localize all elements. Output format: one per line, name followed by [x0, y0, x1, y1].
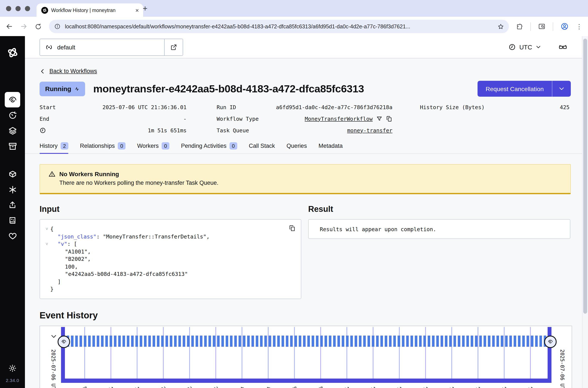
browser-menu-icon[interactable]: ⋮ [576, 25, 582, 28]
event-bar [496, 335, 499, 346]
timeline-gridline [110, 327, 111, 378]
heart-icon [8, 231, 17, 241]
timezone-selector[interactable]: UTC [509, 43, 541, 51]
window-controls[interactable] [6, 6, 30, 11]
detail-row-run-id: Run ID a6fd95d1-da0c-4d2e-a77c-786f3d762… [217, 103, 392, 111]
namespace-external-link-button[interactable] [164, 39, 183, 55]
timeline-tick-label: 1m [370, 386, 378, 388]
side-panel-search-icon[interactable] [538, 23, 545, 30]
request-cancellation-button[interactable]: Request Cancellation [478, 81, 552, 97]
event-bar [505, 335, 508, 346]
event-bar [539, 335, 542, 346]
reload-icon[interactable] [35, 23, 42, 30]
labs-glasses-icon[interactable] [558, 43, 567, 51]
workflow-details-grid: Start 2025-07-06 UTC 21:36:36.01 End - 1… [40, 103, 571, 135]
back-to-workflows-link[interactable]: Back to Workflows [49, 68, 97, 74]
timeline-gridline [346, 327, 347, 378]
forward-icon[interactable] [20, 23, 27, 30]
scrollbar-thumb[interactable] [583, 39, 587, 314]
tab-close-icon[interactable]: × [135, 7, 140, 13]
minimize-window-button[interactable] [16, 6, 21, 11]
event-bar [303, 335, 306, 346]
event-bar [75, 335, 78, 346]
event-bar [243, 335, 245, 346]
cancellation-menu-button[interactable] [552, 81, 571, 97]
extensions-icon[interactable] [516, 23, 523, 30]
tab-queries[interactable]: Queries [287, 142, 307, 153]
event-bar [436, 335, 439, 346]
browser-tab[interactable]: Workflow History | moneytran × [37, 3, 143, 17]
event-bar [92, 335, 95, 346]
chevron-down-icon [558, 86, 565, 92]
copy-input-icon[interactable] [289, 225, 296, 232]
theme-toggle-sun-icon[interactable] [8, 364, 17, 372]
workflow-latest-marker[interactable] [544, 335, 557, 348]
profile-avatar-icon[interactable] [561, 22, 569, 30]
namespace-selector[interactable]: default [40, 38, 183, 56]
timeline-gridline [425, 327, 426, 378]
event-bar [101, 335, 104, 346]
event-bar [522, 335, 525, 346]
event-bar [368, 335, 370, 346]
browser-toolbar: localhost:8080/namespaces/default/workfl… [0, 17, 588, 36]
event-bar [269, 335, 271, 346]
code-line: ] [43, 278, 284, 285]
new-tab-button[interactable]: + [143, 4, 147, 13]
detail-label: History Size (Bytes) [420, 104, 485, 110]
collapse-caret-icon[interactable]: ˅ [43, 240, 50, 248]
timeline-expand-chevron-icon[interactable] [50, 333, 57, 340]
event-bar [148, 335, 151, 346]
event-bar [273, 335, 275, 346]
sidebar-item-docs[interactable] [5, 213, 20, 228]
page-scrollbar[interactable] [582, 36, 588, 388]
toolbar-divider [553, 22, 553, 31]
event-bar [140, 335, 142, 346]
url-text[interactable]: localhost:8080/namespaces/default/workfl… [65, 24, 493, 29]
sidebar-item-batch-operations[interactable] [5, 123, 20, 138]
workflow-type-link[interactable]: MoneyTransferWorkflow [305, 115, 373, 122]
sidebar-item-archival[interactable] [5, 138, 20, 154]
filter-funnel-icon[interactable] [376, 115, 383, 122]
event-bar [144, 335, 147, 346]
sidebar-item-namespaces[interactable] [5, 166, 20, 182]
sidebar-item-schedules[interactable] [5, 107, 20, 123]
detail-row-task-queue: Task Queue money-transfer [217, 126, 392, 135]
timeline-gridline [320, 327, 321, 378]
event-bar [239, 335, 241, 346]
timeline-gridline [163, 327, 164, 378]
address-bar[interactable]: localhost:8080/namespaces/default/workfl… [49, 20, 509, 33]
event-bar [372, 335, 374, 346]
maximize-window-button[interactable] [25, 6, 30, 11]
browser-tab-strip: Workflow History | moneytran × + [0, 0, 588, 17]
input-code-block: ˅{"json_class": "MoneyTransfer::Transfer… [40, 219, 301, 299]
tab-call-stack[interactable]: Call Stack [249, 142, 275, 153]
status-label: Running [45, 85, 71, 92]
workflow-start-marker[interactable] [58, 335, 70, 348]
timeline-end-date: 2025-07-06 UTC 2 [559, 349, 565, 388]
copy-icon[interactable] [386, 115, 392, 122]
tabs: History2Relationships0Workers0Pending Ac… [25, 142, 588, 154]
tab-workers[interactable]: Workers0 [137, 142, 169, 153]
sidebar-item-feedback[interactable] [5, 228, 20, 244]
sidebar-item-import-export[interactable] [5, 197, 20, 213]
event-bar [264, 335, 267, 346]
site-info-icon[interactable] [54, 23, 61, 30]
tab-relationships[interactable]: Relationships0 [80, 142, 125, 153]
timeline-gridline [373, 327, 373, 378]
event-bar [415, 335, 417, 346]
timeline-tick-label: 5s [81, 386, 89, 388]
task-queue-link[interactable]: money-transfer [347, 127, 392, 133]
tab-history[interactable]: History2 [40, 142, 68, 153]
event-bar [105, 335, 108, 346]
archive-icon [8, 142, 17, 151]
tab-pending-activities[interactable]: Pending Activities0 [181, 142, 237, 153]
result-box: Results will appear upon completion. [308, 219, 570, 239]
sidebar-item-nexus[interactable] [5, 182, 20, 197]
tab-metadata[interactable]: Metadata [318, 142, 343, 153]
event-band[interactable] [67, 335, 547, 346]
bookmark-star-icon[interactable] [497, 23, 504, 30]
back-icon[interactable] [6, 23, 13, 30]
collapse-caret-icon[interactable]: ˅ [43, 225, 50, 233]
sidebar-item-workflows[interactable] [5, 92, 20, 107]
close-window-button[interactable] [6, 6, 11, 11]
